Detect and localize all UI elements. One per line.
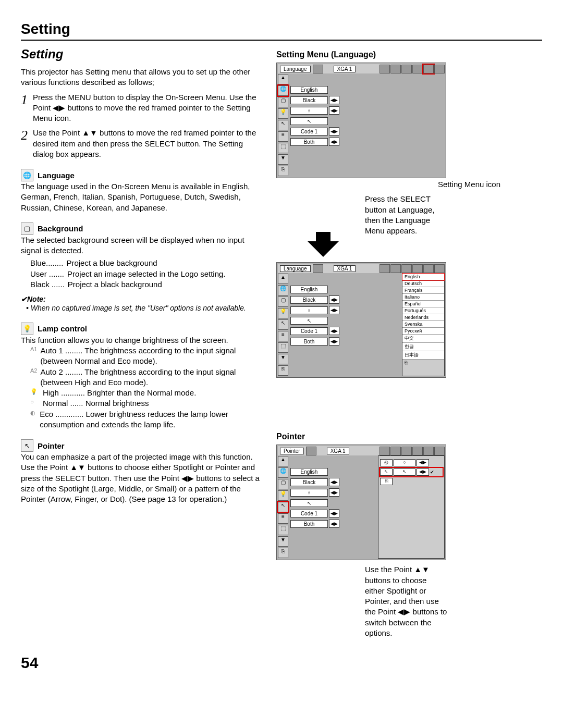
section-title: Setting [21,47,261,61]
lang-item: Français [402,287,444,294]
lr-arrow-icon: ◀▶ [329,295,339,304]
row-value: ↖ [290,499,328,507]
pointer-menu: Pointer XGA 1 ▲ 🌐 [276,445,446,560]
pointer-icon: ↖ [278,502,288,512]
pointer-value: ↖ [394,468,415,476]
lang-item: 中文 [402,335,444,343]
bg-icon: ▢ [278,479,288,489]
row-value: Code 1 [290,128,328,135]
lr-arrow-icon: ◀▶ [329,337,339,346]
bg-val: Project a blue background [66,258,157,268]
exit-icon: ⎘ [380,478,393,485]
caption-select-language: Press the SELECT button at Language, the… [365,194,443,236]
lamp-icon: 💡 [278,308,288,318]
down-arrow-icon: ▼ [278,536,288,547]
lamp-heading: Lamp control [38,324,87,333]
background-heading: Background [38,224,83,233]
lr-arrow-icon: ◀▶ [417,459,429,466]
spotlight-value: ○ [394,459,415,466]
both-icon: ⬚ [278,143,288,153]
globe-icon: 🌐 [278,467,288,478]
pointer-icon-small: ↖ [380,468,393,476]
step-number: 2 [21,128,28,159]
lr-arrow-icon: ◀▶ [329,96,339,104]
lang-item: Русский [402,328,444,335]
caption-setting-icon: Setting Menu icon [276,179,500,190]
top-icon [434,447,445,455]
top-icon [401,447,412,455]
top-icon [401,65,412,73]
step-2: 2 Use the Point ▲▼ buttons to move the r… [21,128,261,159]
lamp-key: Auto 1 ........ [40,346,82,355]
auto2-icon: A2 [30,367,37,388]
language-list: English Deutsch Français Italiano Españo… [402,273,445,376]
lamp-key: Normal ...... [43,399,83,408]
lang-item: English [402,274,444,280]
pointer-text: You can emphasize a part of the projecte… [21,452,261,504]
row-value: Black [290,296,328,304]
lr-arrow-icon: ◀▶ [329,520,339,528]
high-icon: 💡 [30,388,40,398]
lr-arrow-icon: ◀▶ [329,127,339,135]
top-icon [434,264,445,273]
up-arrow-icon: ▲ [278,456,288,466]
top-icon [412,264,423,273]
globe-icon: 🌐 [278,85,288,96]
exit-icon: ⎘ [278,166,288,176]
background-text: The selected background screen will be d… [21,235,261,256]
header-rule [21,40,542,41]
bg-key: User ....... [30,269,64,279]
row-value: Both [290,338,328,346]
row-value: Both [290,138,328,146]
setting-menu-1: Language XGA 1 ▲ 🌐 [276,63,446,178]
top-icon [401,264,412,273]
bg-val: Project a black background [68,279,162,290]
row-value: ♀ [290,107,328,115]
row-value: English [290,86,328,94]
pointer-heading: Pointer [38,441,65,450]
up-arrow-icon: ▲ [278,274,288,284]
note-text: • When no captured image is set, the "Us… [26,303,261,313]
both-icon: ⬚ [278,525,288,535]
right-heading-language: Setting Menu (Language) [276,50,500,59]
up-arrow-icon: ▲ [278,74,288,84]
pointer-icon: ↖ [278,120,288,130]
auto1-icon: A1 [30,346,37,367]
lamp-icon: 💡 [278,490,288,501]
down-arrow-icon: ▼ [278,354,288,364]
normal-icon: ○ [30,398,40,409]
globe-icon: 🌐 [278,285,288,295]
menu-top-label: Language [280,265,311,272]
note-heading: ✔Note: [21,295,261,303]
pointer-submenu: ◎ ○ ◀▶ ↖ ↖ ◀▶ ✔ ⎘ [378,455,445,559]
lang-item: Deutsch [402,280,444,287]
lang-item: 한글 [402,343,444,351]
setting-menu-2: Language XGA 1 ▲ 🌐 [276,262,446,378]
code-icon: ≡ [278,131,288,142]
row-value: ↖ [290,117,328,125]
language-text: The language used in the On-Screen Menu … [21,181,261,213]
exit-icon: ⎘ [278,548,288,558]
caption-pointer: Use the Point ▲▼ buttons to choose eithe… [365,564,448,638]
top-icon [423,447,434,455]
both-icon: ⬚ [278,342,288,353]
eco-icon: ◐ [30,409,36,430]
right-heading-pointer: Pointer [276,432,500,441]
top-icon [390,264,401,273]
lamp-text: This function allows you to change brigh… [21,335,261,346]
menu-icon [313,264,323,273]
top-icon [423,264,434,273]
row-value: English [290,468,328,476]
step-1: 1 Press the MENU button to display the O… [21,92,261,124]
globe-icon: 🌐 [21,169,33,181]
down-arrow-icon: ▼ [278,154,288,165]
step-number: 1 [21,92,28,124]
xga-label: XGA 1 [334,66,356,72]
top-icon [412,447,423,455]
step-text: Press the MENU button to display the On-… [33,92,261,124]
bg-val: Project an image selected in the Logo se… [67,269,226,279]
background-icon: ▢ [21,223,33,235]
top-icon [390,447,401,455]
pointer-icon: ↖ [21,439,33,452]
lang-item: Svenska [402,321,444,328]
